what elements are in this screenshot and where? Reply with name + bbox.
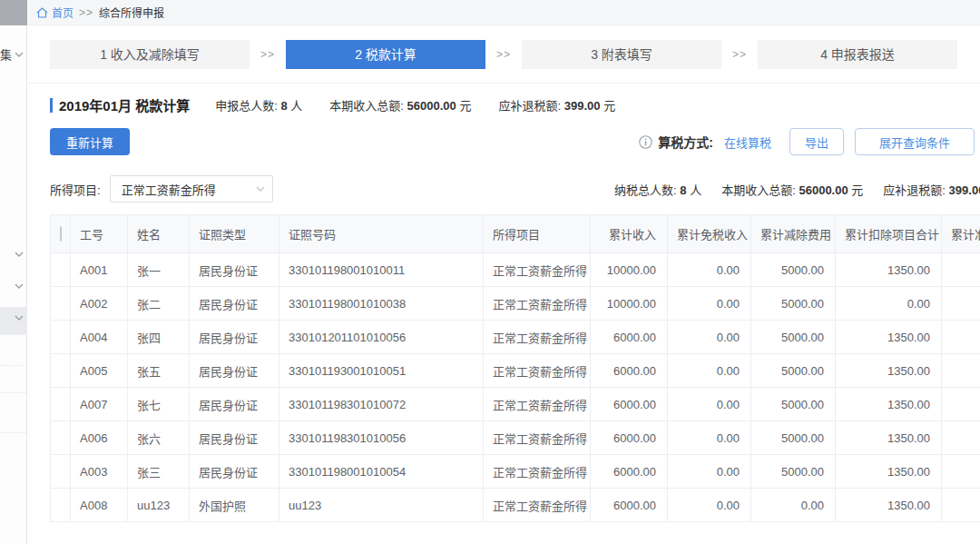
stat-declared-count: 申报总人数: 8 人	[215, 96, 302, 114]
divider	[0, 432, 26, 433]
table-header-row: 工号姓名证照类型证照号码所得项目累计收入累计免税收入累计减除费用累计扣除项目合计…	[51, 215, 980, 253]
table-cell: 330101198001010011	[279, 253, 484, 287]
table-row[interactable]: A003张三居民身份证330101198001010054正常工资薪金所得600…	[51, 455, 980, 489]
table-cell: 居民身份证	[190, 287, 279, 321]
sidebar-item-partial[interactable]	[15, 283, 24, 289]
table-cell: A006	[71, 421, 128, 455]
table-cell: 330101198001010054	[279, 455, 484, 489]
table-cell: 10000.00	[591, 253, 668, 287]
step-tab-2[interactable]: 2 税款计算	[286, 40, 485, 69]
column-header: 工号	[71, 215, 128, 253]
table-cell: 张二	[128, 287, 190, 321]
table-cell: A003	[71, 455, 128, 489]
table-cell: 1350.00	[836, 388, 942, 421]
column-header: 姓名	[128, 215, 190, 253]
table-row[interactable]: A001张一居民身份证330101198001010011正常工资薪金所得100…	[51, 253, 980, 287]
table-cell: 0.00	[668, 489, 751, 522]
tax-mode-link[interactable]: 在线算税	[724, 134, 771, 151]
income-item-label: 所得项目:	[50, 181, 101, 198]
table-cell: 正常工资薪金所得	[484, 421, 591, 455]
table-cell: A007	[71, 388, 128, 421]
table-row[interactable]: A002张二居民身份证330101198001010038正常工资薪金所得100…	[51, 287, 980, 321]
table-cell	[942, 421, 980, 455]
breadcrumb: 首页 >> 综合所得申报	[27, 0, 980, 25]
table-cell: 0.00	[668, 421, 751, 455]
sidebar-highlight-row	[0, 307, 27, 334]
main-area: 首页 >> 综合所得申报 1 收入及减除填写 >> 2 税款计算 >> 3 附表…	[27, 0, 980, 544]
table-cell: 5000.00	[751, 388, 836, 421]
table-cell	[942, 388, 980, 421]
table-cell: 5000.00	[751, 455, 836, 489]
row-checkbox-cell	[51, 421, 71, 455]
table-row[interactable]: A004张四居民身份证330101201101010056正常工资薪金所得600…	[51, 321, 980, 354]
table-cell	[942, 354, 980, 388]
expand-query-button[interactable]: 展开查询条件	[855, 128, 975, 155]
stat-taxpayer-count: 纳税总人数: 8 人	[614, 181, 701, 198]
table-cell: 居民身份证	[190, 388, 279, 421]
table-row[interactable]: A007张七居民身份证330101198301010072正常工资薪金所得600…	[51, 388, 980, 421]
table-cell: 1350.00	[836, 354, 942, 388]
table-cell: 居民身份证	[190, 321, 279, 354]
table-cell: 张一	[128, 253, 190, 287]
chevron-down-icon	[15, 252, 24, 257]
table-scroll-area[interactable]: 工号姓名证照类型证照号码所得项目累计收入累计免税收入累计减除费用累计扣除项目合计…	[50, 214, 980, 522]
income-item-select[interactable]: 正常工资薪金所得	[110, 175, 273, 203]
column-header: 证照号码	[279, 215, 484, 253]
column-header: 累计扣除项目合计	[836, 215, 942, 253]
step-tab-4[interactable]: 4 申报表报送	[758, 40, 957, 69]
row-checkbox-cell	[51, 354, 71, 388]
sidebar-item-partial[interactable]	[15, 315, 24, 321]
table-cell: 张五	[128, 354, 190, 388]
recalculate-button[interactable]: 重新计算	[50, 128, 130, 155]
row-checkbox-cell	[51, 253, 71, 287]
chevron-down-icon	[15, 52, 24, 57]
table-cell: 5000.00	[751, 321, 836, 354]
filter-stats: 纳税总人数: 8 人 本期收入总额: 56000.00 元 应补退税额: 399…	[594, 181, 980, 198]
export-button[interactable]: 导出	[789, 128, 844, 155]
table-cell: 1350.00	[836, 455, 942, 489]
row-checkbox-cell	[51, 287, 71, 321]
breadcrumb-separator: >>	[79, 6, 93, 19]
row-checkbox-cell	[51, 321, 71, 354]
column-header: 累计收入	[591, 215, 668, 253]
table-cell: 6000.00	[591, 489, 668, 522]
sidebar-item-partial[interactable]	[15, 252, 24, 257]
table-cell: uu123	[279, 489, 484, 522]
sidebar-item-partial[interactable]: 集	[0, 45, 24, 63]
table-cell: 1350.00	[836, 421, 942, 455]
table-cell: 正常工资薪金所得	[484, 388, 591, 421]
table-cell: 居民身份证	[190, 455, 279, 489]
stat-tax-due: 应补退税额: 399.00 元	[883, 181, 980, 198]
table-cell: 5000.00	[751, 421, 836, 455]
table-row[interactable]: A005张五居民身份证330101193001010051正常工资薪金所得600…	[51, 354, 980, 388]
table-cell: 5000.00	[751, 253, 836, 287]
chevron-down-icon	[256, 186, 265, 192]
stat-period-income: 本期收入总额: 56000.00 元	[329, 96, 471, 114]
select-all-checkbox[interactable]	[60, 226, 62, 242]
table-cell: 0.00	[668, 354, 751, 388]
table-row[interactable]: A008uu123外国护照uu123正常工资薪金所得6000.000.000.0…	[51, 489, 980, 522]
breadcrumb-current: 综合所得申报	[99, 5, 164, 20]
table-cell: uu123	[128, 489, 190, 522]
step-tab-3[interactable]: 3 附表填写	[522, 40, 721, 69]
table-cell	[942, 287, 980, 321]
column-header: 累计减除费用	[751, 215, 836, 253]
table-cell: A002	[71, 287, 128, 321]
table-cell: 6000.00	[591, 321, 668, 354]
step-tab-1[interactable]: 1 收入及减除填写	[50, 40, 250, 69]
tax-mode-label: 算税方式:	[658, 133, 713, 151]
step-separator: >>	[485, 48, 522, 61]
sidebar-item-label: 集	[0, 45, 12, 63]
results-table: 工号姓名证照类型证照号码所得项目累计收入累计免税收入累计减除费用累计扣除项目合计…	[50, 214, 980, 522]
home-icon	[36, 7, 48, 18]
step-tabs: 1 收入及减除填写 >> 2 税款计算 >> 3 附表填写 >> 4 申报表报送	[27, 25, 980, 84]
step-separator: >>	[250, 48, 286, 61]
table-cell: 正常工资薪金所得	[484, 489, 591, 522]
table-cell: 正常工资薪金所得	[484, 455, 591, 489]
table-cell: 正常工资薪金所得	[484, 354, 591, 388]
toolbar: 重新计算 算税方式: 在线算税 导出 展开查询条件	[50, 128, 980, 155]
info-icon	[639, 135, 652, 149]
breadcrumb-home-link[interactable]: 首页	[36, 5, 74, 20]
table-row[interactable]: A006张六居民身份证330101198301010056正常工资薪金所得600…	[51, 421, 980, 455]
table-cell: 正常工资薪金所得	[484, 253, 591, 287]
